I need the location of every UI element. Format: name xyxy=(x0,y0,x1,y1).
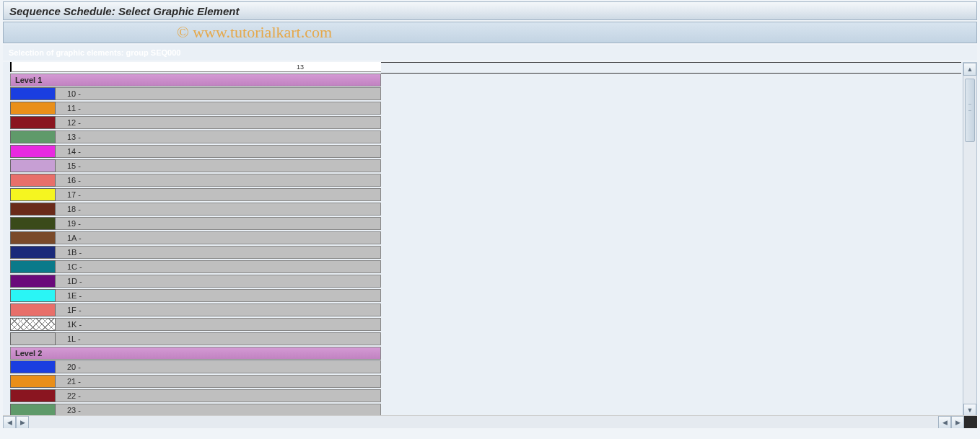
color-swatch xyxy=(10,389,56,402)
scroll-left-icon-2[interactable]: ◀ xyxy=(938,416,951,428)
scroll-right-icon[interactable]: ▶ xyxy=(16,416,29,428)
element-label: 13 - xyxy=(56,130,381,143)
right-chart-area xyxy=(381,62,961,417)
color-swatch xyxy=(10,116,56,129)
level-header[interactable]: Level 2 xyxy=(10,347,381,360)
left-panel: 13 Level 110 -11 -12 -13 -14 -15 -16 -17… xyxy=(3,62,381,417)
element-label: 1L - xyxy=(56,332,381,345)
element-label: 18 - xyxy=(56,203,381,216)
toolbar xyxy=(3,22,977,43)
ruler: 13 xyxy=(10,62,381,72)
color-swatch xyxy=(10,231,56,244)
element-label: 1B - xyxy=(56,246,381,259)
color-swatch xyxy=(10,360,56,373)
color-swatch xyxy=(10,174,56,187)
element-label: 22 - xyxy=(56,389,381,402)
color-swatch xyxy=(10,303,56,316)
element-row[interactable]: 1B - xyxy=(10,246,381,259)
title-bar: Sequence Schedule: Select Graphic Elemen… xyxy=(3,1,977,20)
element-label: 1D - xyxy=(56,275,381,288)
color-swatch xyxy=(10,145,56,158)
element-row[interactable]: 12 - xyxy=(10,116,381,129)
element-label: 15 - xyxy=(56,159,381,172)
element-label: 16 - xyxy=(56,174,381,187)
color-swatch xyxy=(10,246,56,259)
element-label: 1E - xyxy=(56,289,381,302)
color-swatch xyxy=(10,203,56,216)
level-header[interactable]: Level 1 xyxy=(10,74,381,87)
color-swatch xyxy=(10,260,56,273)
element-row[interactable]: 19 - xyxy=(10,217,381,230)
vscroll-grip-icon xyxy=(968,104,971,111)
subtitle-bar: Selection of graphic elements: group SEQ… xyxy=(3,45,977,61)
element-row[interactable]: 14 - xyxy=(10,145,381,158)
color-swatch xyxy=(10,87,56,100)
element-row[interactable]: 1D - xyxy=(10,275,381,288)
horizontal-scrollbar[interactable]: ◀ ▶ ◀ ▶ xyxy=(3,415,977,428)
content-area: 13 Level 110 -11 -12 -13 -14 -15 -16 -17… xyxy=(3,62,977,428)
element-label: 1A - xyxy=(56,231,381,244)
element-row[interactable]: 18 - xyxy=(10,203,381,216)
color-swatch xyxy=(10,318,56,331)
element-label: 12 - xyxy=(56,116,381,129)
scroll-right-icon-2[interactable]: ▶ xyxy=(951,416,964,428)
element-row[interactable]: 1F - xyxy=(10,303,381,316)
element-row[interactable]: 17 - xyxy=(10,188,381,201)
color-swatch xyxy=(10,188,56,201)
scroll-end-block xyxy=(964,416,977,428)
element-row[interactable]: 10 - xyxy=(10,87,381,100)
page-title: Sequence Schedule: Select Graphic Elemen… xyxy=(9,5,239,17)
color-swatch xyxy=(10,275,56,288)
scroll-up-icon[interactable]: ▲ xyxy=(963,63,976,76)
element-label: 14 - xyxy=(56,145,381,158)
color-swatch xyxy=(10,217,56,230)
element-row[interactable]: 11 - xyxy=(10,102,381,115)
element-label: 10 - xyxy=(56,87,381,100)
color-swatch xyxy=(10,375,56,388)
element-label: 1F - xyxy=(56,303,381,316)
color-swatch xyxy=(10,289,56,302)
color-swatch xyxy=(10,130,56,143)
hscroll-track[interactable] xyxy=(29,416,938,428)
element-row[interactable]: 1A - xyxy=(10,231,381,244)
element-row[interactable]: 13 - xyxy=(10,130,381,143)
element-label: 11 - xyxy=(56,102,381,115)
vscroll-track[interactable] xyxy=(963,76,976,404)
element-label: 1K - xyxy=(56,318,381,331)
element-row[interactable]: 21 - xyxy=(10,375,381,388)
element-row[interactable]: 1C - xyxy=(10,260,381,273)
subtitle-text: Selection of graphic elements: group SEQ… xyxy=(9,48,180,57)
element-row[interactable]: 15 - xyxy=(10,159,381,172)
color-swatch xyxy=(10,102,56,115)
vscroll-thumb[interactable] xyxy=(965,79,975,142)
element-row[interactable]: 22 - xyxy=(10,389,381,402)
element-label: 21 - xyxy=(56,375,381,388)
color-swatch xyxy=(10,332,56,345)
element-row[interactable]: 16 - xyxy=(10,174,381,187)
element-row[interactable]: 1E - xyxy=(10,289,381,302)
ruler-tick: 13 xyxy=(297,62,304,72)
element-label: 19 - xyxy=(56,217,381,230)
element-label: 17 - xyxy=(56,188,381,201)
element-row[interactable]: 1L - xyxy=(10,332,381,345)
element-label: 20 - xyxy=(56,360,381,373)
vertical-scrollbar[interactable]: ▲ ▼ xyxy=(963,62,977,417)
element-row[interactable]: 20 - xyxy=(10,360,381,373)
element-label: 1C - xyxy=(56,260,381,273)
element-row[interactable]: 1K - xyxy=(10,318,381,331)
color-swatch xyxy=(10,159,56,172)
scroll-left-icon[interactable]: ◀ xyxy=(3,416,16,428)
